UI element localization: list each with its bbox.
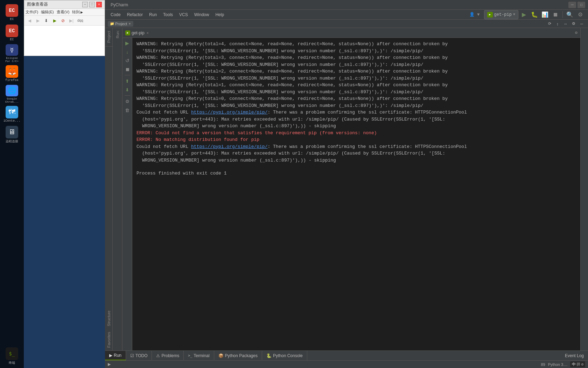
- run-scroll-end-btn[interactable]: ⬇: [124, 86, 131, 94]
- console-line-8: 'SSLError(SSLError(1, '[SSL: WRONG_VERSI…: [142, 89, 576, 96]
- menu-item-help[interactable]: Help: [212, 11, 227, 18]
- taskbar-icon-firefox[interactable]: 🦊 firefox: [3, 64, 21, 83]
- run-resume-btn[interactable]: ▶: [124, 39, 131, 47]
- bottom-tab-todo[interactable]: ☑ TODO: [126, 351, 152, 360]
- path-bar: 📁 Project ▼ ⟳ ↕ ↔ ⚙ ─: [105, 20, 588, 28]
- taskbar-icon-icenter[interactable]: 🗺 iCente...: [3, 105, 21, 123]
- fetch-url-1[interactable]: https://pypi.org/simple/pip/: [191, 110, 267, 115]
- taskbar-left: EC EC EC EC ☿ Eclipsefor C/C+ 🦊 firefox …: [0, 0, 24, 368]
- run-config-dropdown[interactable]: ▼: [513, 13, 515, 16]
- menu-item-window[interactable]: Window: [191, 11, 212, 18]
- problems-tab-icon: ⚠: [156, 353, 160, 358]
- problems-tab-label: Problems: [161, 353, 179, 358]
- python-packages-tab-label: Python Packages: [225, 353, 258, 358]
- console-exit-line: Process finished with exit code 1: [136, 170, 576, 177]
- run-scroll-top-btn[interactable]: ⬆: [124, 77, 131, 85]
- menu-item-tools[interactable]: Tools: [160, 11, 176, 18]
- pycharm-maximize-btn[interactable]: □: [578, 2, 585, 8]
- menu-view[interactable]: 查看(V): [57, 9, 70, 15]
- ime-zh-label: 中: [572, 362, 576, 367]
- run-tab-close[interactable]: ✕: [147, 31, 149, 35]
- menu-item-code[interactable]: Code: [108, 11, 124, 18]
- console-line-4: 'SSLError(SSLError(1, '[SSL: WRONG_VERSI…: [142, 61, 576, 68]
- console-line-14: ERROR: Could not find a version that sat…: [136, 130, 576, 137]
- menu-item-vcs[interactable]: VCS: [176, 11, 191, 18]
- iv-next-btn[interactable]: ▶|: [68, 17, 75, 25]
- ime-settings-icon[interactable]: ⚙: [581, 362, 583, 367]
- path-bar-icon1[interactable]: ⟳: [546, 20, 553, 27]
- taskbar-icon-ec1[interactable]: EC EC: [3, 4, 21, 22]
- console-line-2: 'SSLError(SSLError(1, '[SSL: WRONG_VERSI…: [142, 48, 576, 55]
- iv-forward-btn[interactable]: ▶: [34, 17, 42, 25]
- sidebar-tab-favorites[interactable]: Favorites: [105, 329, 112, 350]
- image-viewer-title: 图像查看器: [27, 1, 48, 7]
- run-btn[interactable]: ▶: [519, 10, 529, 20]
- taskbar-icon-terminal[interactable]: $_ 终端: [3, 347, 21, 365]
- bottom-tab-run[interactable]: ▶ Run: [105, 351, 126, 360]
- console-line-15: ERROR: No matching distribution found fo…: [136, 136, 576, 143]
- menu-goto[interactable]: 转到 ▶: [72, 9, 83, 15]
- main-content-area: Run: ▶ get-pip ✕ ⚙: [113, 28, 580, 350]
- bottom-tab-terminal[interactable]: >_ Terminal: [184, 351, 214, 360]
- run-settings-icon[interactable]: ⚙: [575, 30, 578, 35]
- console-line-9: WARNING: Retrying (Retry(total=0, connec…: [136, 95, 576, 102]
- user-icon[interactable]: 👤 ▼: [469, 12, 479, 17]
- run-rerun-btn[interactable]: ↺: [124, 57, 131, 64]
- console-output[interactable]: WARNING: Retrying (Retry(total=4, connec…: [132, 38, 580, 350]
- minimize-button[interactable]: ─: [82, 2, 88, 7]
- todo-tab-label: TODO: [135, 353, 147, 358]
- path-bar-icon2[interactable]: ↕: [554, 20, 561, 27]
- run-config-selector[interactable]: ▶ get-pip ▼: [484, 10, 518, 19]
- path-bar-icon5[interactable]: ─: [578, 20, 585, 27]
- pycharm-window: PyCharm ─ □ Code Refactor Run Tools VCS …: [105, 0, 588, 368]
- sidebar-tab-project[interactable]: Project: [105, 28, 112, 46]
- run-stop-btn[interactable]: ⏹: [124, 66, 131, 73]
- console-line-17: (host='pypi.org', port=443): Max retries…: [142, 150, 576, 157]
- menu-file[interactable]: 文件(F): [26, 9, 38, 15]
- close-button[interactable]: ✕: [96, 2, 102, 7]
- taskbar-icon-chrome[interactable]: 🌐 GoogleChrom...: [3, 85, 21, 103]
- path-bar-icon3[interactable]: ↔: [562, 20, 569, 27]
- event-log-btn[interactable]: Event Log: [561, 351, 588, 360]
- console-line-3: WARNING: Retrying (Retry(total=3, connec…: [136, 54, 576, 61]
- right-sidebar: [580, 28, 588, 350]
- console-line-5: WARNING: Retrying (Retry(total=2, connec…: [136, 68, 576, 75]
- image-viewer-content: [24, 26, 105, 56]
- menu-item-refactor[interactable]: Refactor: [124, 11, 146, 18]
- terminal-tab-icon: >_: [188, 354, 192, 357]
- ime-indicator[interactable]: 中 拼 ⚙: [570, 361, 585, 367]
- maximize-button[interactable]: □: [89, 2, 95, 7]
- iv-stop-btn[interactable]: ⊘: [59, 17, 67, 25]
- search-btn[interactable]: 🔍: [565, 10, 575, 20]
- console-line-13: WRONG_VERSION_NUMBER] wrong version numb…: [142, 123, 576, 130]
- run-step-over-btn[interactable]: ↓: [124, 48, 131, 56]
- settings-btn[interactable]: ⚙: [575, 10, 585, 20]
- iv-download-btn[interactable]: ⬇: [42, 17, 50, 25]
- python-packages-tab-icon: 📦: [218, 353, 224, 358]
- bottom-tab-python-console[interactable]: 🐍 Python Console: [262, 351, 307, 360]
- taskbar-icon-ec2[interactable]: EC EC: [3, 24, 21, 42]
- run-toolbar-sep: [125, 75, 130, 75]
- run-clear-btn[interactable]: 🗑: [124, 106, 131, 114]
- profile-btn[interactable]: 📊: [540, 10, 550, 20]
- todo-tab-icon: ☑: [130, 353, 134, 358]
- menu-item-run[interactable]: Run: [146, 11, 160, 18]
- debug-btn[interactable]: 🐛: [530, 10, 539, 20]
- run-filter-btn[interactable]: ⚙: [124, 97, 131, 105]
- path-bar-icon4[interactable]: ⚙: [570, 20, 577, 27]
- taskbar-icon-remote[interactable]: 🖥 远程连接: [3, 125, 21, 144]
- iv-back-btn[interactable]: ◀: [26, 17, 33, 25]
- run-tab-active[interactable]: ▶ get-pip ✕: [125, 30, 149, 35]
- bottom-tab-python-packages[interactable]: 📦 Python Packages: [214, 351, 262, 360]
- breadcrumb-project[interactable]: 📁 Project ▼: [108, 21, 133, 27]
- taskbar-icon-eclipse[interactable]: ☿ Eclipsefor C/C+: [3, 44, 21, 62]
- menu-edit[interactable]: 编辑(E): [41, 9, 54, 15]
- pycharm-minimize-btn[interactable]: ─: [568, 2, 576, 8]
- sidebar-tab-structure[interactable]: Structure: [105, 308, 112, 329]
- stop-btn[interactable]: ⏹: [551, 10, 560, 20]
- console-line-1: WARNING: Retrying (Retry(total=4, connec…: [136, 41, 576, 48]
- fetch-url-2[interactable]: https://pypi.org/simple/pip/: [191, 144, 267, 149]
- bottom-tab-problems[interactable]: ⚠ Problems: [152, 351, 184, 360]
- run-panel-header: ▶ get-pip ✕ ⚙: [122, 28, 580, 38]
- iv-play-btn[interactable]: ▶: [51, 17, 58, 25]
